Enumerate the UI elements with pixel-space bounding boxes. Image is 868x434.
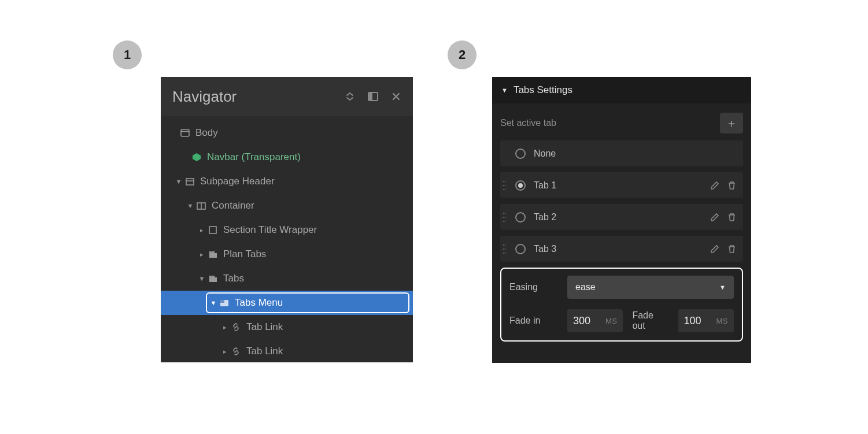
svg-point-23 (505, 189, 506, 190)
close-icon[interactable] (391, 91, 401, 102)
expand-arrow-icon[interactable]: ▼ (198, 275, 206, 282)
svg-point-31 (505, 244, 506, 246)
expand-arrow-icon[interactable]: ▼ (175, 178, 183, 185)
easing-value: ease (575, 282, 596, 292)
expand-arrow-icon[interactable]: ▸ (221, 324, 229, 331)
navigator-header-actions (345, 91, 401, 102)
svg-rect-10 (209, 253, 217, 258)
svg-point-25 (505, 213, 506, 214)
tab-option-label: Tab 3 (534, 244, 710, 254)
div-icon (207, 224, 219, 236)
tree-item-tab-link[interactable]: ▸ Tab Link (161, 315, 413, 339)
link-icon (230, 346, 242, 357)
tab-option-none[interactable]: None (500, 140, 743, 166)
svg-point-24 (503, 213, 504, 214)
radio-none[interactable] (515, 149, 526, 159)
svg-point-30 (503, 244, 504, 246)
panel-toggle-icon[interactable] (368, 91, 378, 102)
svg-point-21 (505, 185, 506, 186)
tab-option-actions (710, 213, 736, 222)
navigator-panel: Navigator Body Navbar (Tr (161, 77, 413, 362)
fade-out-label: Fade out (632, 310, 668, 331)
trash-icon[interactable] (727, 181, 736, 190)
tabs-settings-panel: ▼ Tabs Settings Set active tab ＋ None Ta… (492, 77, 751, 363)
tree-item-label: Body (195, 127, 218, 139)
chevron-down-icon: ▼ (719, 284, 726, 291)
tab-option-label: None (534, 149, 736, 159)
radio-tab1[interactable] (515, 180, 526, 191)
svg-rect-5 (186, 179, 194, 185)
edit-icon[interactable] (710, 181, 719, 190)
easing-label: Easing (509, 282, 558, 292)
plus-icon: ＋ (726, 116, 737, 131)
edit-icon[interactable] (710, 244, 719, 254)
expand-arrow-icon[interactable]: ▼ (186, 202, 194, 209)
tree-item-label: Section Title Wrapper (223, 224, 317, 236)
svg-point-20 (503, 185, 504, 186)
component-icon (191, 151, 202, 163)
radio-tab3[interactable] (515, 244, 526, 254)
tab-option-tab2[interactable]: Tab 2 (500, 204, 743, 230)
tree-item-label: Tabs Menu (235, 297, 283, 309)
section-icon (184, 176, 195, 187)
svg-point-27 (505, 217, 506, 218)
svg-point-29 (505, 221, 506, 222)
fade-out-field[interactable]: MS (678, 309, 734, 332)
trash-icon[interactable] (727, 244, 736, 254)
settings-body: Set active tab ＋ None Tab 1 (492, 103, 751, 350)
navigator-header: Navigator (161, 77, 413, 116)
tree-item-label: Container (212, 200, 254, 212)
svg-point-32 (503, 248, 504, 250)
drag-handle-icon (500, 140, 508, 166)
collapse-all-icon[interactable] (345, 91, 355, 102)
set-active-tab-row: Set active tab ＋ (500, 113, 743, 133)
link-icon (230, 321, 242, 333)
tree-item-label: Tab Link (246, 321, 283, 333)
tab-option-label: Tab 2 (534, 212, 710, 222)
svg-point-34 (503, 253, 504, 254)
transition-settings-highlight: Easing ease ▼ Fade in MS Fade out MS (500, 268, 743, 342)
expand-arrow-icon[interactable]: ▸ (198, 227, 206, 234)
drag-handle-icon[interactable] (500, 236, 508, 262)
svg-point-19 (505, 181, 506, 182)
settings-header[interactable]: ▼ Tabs Settings (492, 77, 751, 103)
drag-handle-icon[interactable] (500, 204, 508, 230)
svg-point-33 (505, 248, 506, 250)
tree-item-label: Plan Tabs (223, 248, 266, 260)
expand-arrow-icon[interactable]: ▸ (221, 348, 229, 355)
easing-dropdown[interactable]: ease ▼ (567, 276, 734, 299)
tree-item-tabs[interactable]: ▼ Tabs (161, 266, 413, 291)
tree-item-tab-link[interactable]: ▸ Tab Link (161, 339, 413, 362)
tree-item-plan-tabs[interactable]: ▸ Plan Tabs (161, 242, 413, 266)
fade-in-input[interactable] (573, 315, 601, 327)
radio-tab2[interactable] (515, 212, 526, 222)
expand-arrow-icon[interactable]: ▼ (209, 299, 217, 306)
tree-item-container[interactable]: ▼ Container (161, 194, 413, 218)
tree-item-section-title-wrapper[interactable]: ▸ Section Title Wrapper (161, 218, 413, 242)
fade-row: Fade in MS Fade out MS (509, 309, 734, 332)
tree-item-tabs-menu[interactable]: ▼ Tabs Menu (161, 291, 413, 315)
svg-point-22 (503, 189, 504, 190)
tabs-icon (207, 273, 219, 284)
expand-arrow-icon[interactable]: ▸ (198, 251, 206, 258)
svg-marker-4 (193, 153, 201, 161)
tree-item-subpage-header[interactable]: ▼ Subpage Header (161, 169, 413, 194)
edit-icon[interactable] (710, 213, 719, 222)
unit-label: MS (716, 317, 729, 325)
svg-rect-13 (209, 277, 217, 282)
easing-row: Easing ease ▼ (509, 276, 734, 299)
fade-in-field[interactable]: MS (567, 309, 623, 332)
tree-item-navbar[interactable]: Navbar (Transparent) (161, 145, 413, 169)
tree-item-label: Navbar (Transparent) (207, 151, 301, 163)
fade-out-input[interactable] (684, 315, 712, 327)
trash-icon[interactable] (727, 213, 736, 222)
tree-item-body[interactable]: Body (161, 121, 413, 145)
svg-rect-9 (209, 227, 216, 233)
svg-point-26 (503, 217, 504, 218)
tab-option-tab3[interactable]: Tab 3 (500, 236, 743, 262)
add-tab-button[interactable]: ＋ (720, 113, 743, 133)
tab-option-tab1[interactable]: Tab 1 (500, 172, 743, 198)
drag-handle-icon[interactable] (500, 172, 508, 198)
set-active-tab-label: Set active tab (500, 118, 556, 128)
svg-rect-1 (368, 92, 372, 101)
